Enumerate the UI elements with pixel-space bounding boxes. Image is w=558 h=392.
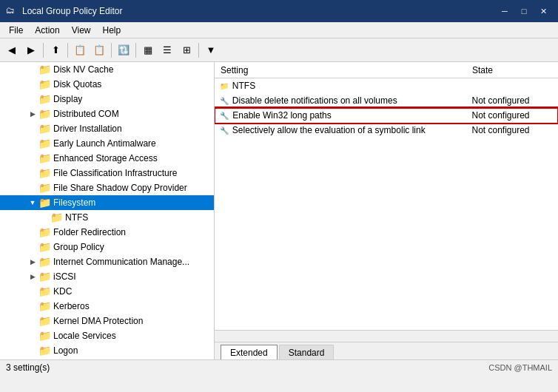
back-button[interactable]: ◀ xyxy=(3,41,21,59)
tree-item-mitigation-options[interactable]: 📁 Mitigation Options xyxy=(0,358,214,359)
tree-item-ntfs[interactable]: 📁 NTFS xyxy=(0,210,214,225)
right-panel-content[interactable]: 📁 NTFS 🔧 Disable delete notifications on… xyxy=(215,78,558,330)
folder-icon: 📁 xyxy=(38,241,51,253)
toolbar-separator-5 xyxy=(198,43,199,58)
view3-button[interactable]: ⊞ xyxy=(178,41,195,59)
folder-icon: 📁 xyxy=(38,330,51,342)
state-cell xyxy=(469,78,558,93)
tree-item-enhanced-storage[interactable]: 📁 Enhanced Storage Access xyxy=(0,151,214,166)
folder-icon: 📁 xyxy=(38,256,51,268)
toolbar-separator-4 xyxy=(135,43,136,58)
tab-extended[interactable]: Extended xyxy=(221,345,278,359)
app-icon: 🗂 xyxy=(6,5,18,17)
tree-item-disk-nv-cache[interactable]: 📁 Disk NV Cache xyxy=(0,62,214,77)
tree-item-driver-installation[interactable]: 📁 Driver Installation xyxy=(0,121,214,136)
setting-name: Enable Win32 long paths xyxy=(232,110,331,121)
filter-button[interactable]: ▼ xyxy=(202,41,220,59)
tree-item-logon[interactable]: 📁 Logon xyxy=(0,343,214,358)
folder-icon: 📁 xyxy=(50,212,63,223)
tree-item-display[interactable]: 📁 Display xyxy=(0,92,214,107)
close-button[interactable]: ✕ xyxy=(534,4,552,18)
copy-button[interactable]: 📋 xyxy=(90,41,108,59)
status-left: 3 setting(s) xyxy=(6,362,50,373)
left-panel: 📁 Disk NV Cache 📁 Disk Quotas 📁 Display … xyxy=(0,62,215,359)
folder-icon: 📁 xyxy=(38,300,51,312)
toolbar: ◀ ▶ ⬆ 📋 📋 🔃 ▦ ☰ ⊞ ▼ xyxy=(0,38,558,62)
folder-icon: 📁 xyxy=(38,167,51,179)
folder-icon: 📁 xyxy=(38,123,51,135)
menu-bar: File Action View Help xyxy=(0,22,558,38)
view2-button[interactable]: ☰ xyxy=(158,41,176,59)
setting-icon: 🔧 xyxy=(218,97,230,105)
tree-item-distributed-com[interactable]: ▶ 📁 Distributed COM xyxy=(0,107,214,121)
state-cell: Not configured xyxy=(469,123,558,138)
horizontal-scrollbar[interactable] xyxy=(215,330,558,342)
menu-action[interactable]: Action xyxy=(29,24,65,37)
tree-item-file-classification[interactable]: 📁 File Classification Infrastructure xyxy=(0,166,214,180)
setting-name: NTFS xyxy=(232,81,255,91)
tree-item-kdc[interactable]: 📁 KDC xyxy=(0,284,214,299)
tree-item-folder-redirection[interactable]: 📁 Folder Redirection xyxy=(0,225,214,240)
menu-help[interactable]: Help xyxy=(97,24,127,37)
col-header-setting: Setting xyxy=(215,65,469,75)
tree-item-kernel-dma[interactable]: 📁 Kernel DMA Protection xyxy=(0,314,214,328)
folder-icon: 📁 xyxy=(38,152,51,164)
toolbar-separator-1 xyxy=(43,43,44,58)
refresh-button[interactable]: 🔃 xyxy=(115,41,132,59)
show-hide-button[interactable]: 📋 xyxy=(71,41,89,59)
tree-item-filesystem[interactable]: ▼ 📁 Filesystem xyxy=(0,195,214,210)
setting-icon: 🔧 xyxy=(218,112,230,120)
maximize-button[interactable]: □ xyxy=(515,4,533,18)
app-title: Local Group Policy Editor xyxy=(22,6,122,16)
bottom-tabs: Extended Standard xyxy=(215,342,558,359)
right-panel-header: Setting State xyxy=(215,62,558,78)
tree-item-disk-quotas[interactable]: 📁 Disk Quotas xyxy=(0,77,214,92)
folder-icon: 📁 xyxy=(38,271,51,283)
state-cell: Not configured xyxy=(469,93,558,108)
tree-item-early-launch[interactable]: 📁 Early Launch Antimalware xyxy=(0,136,214,151)
folder-icon: 📁 xyxy=(38,78,51,90)
folder-icon: 📁 xyxy=(38,64,51,75)
table-row[interactable]: 📁 NTFS xyxy=(215,78,558,93)
table-row[interactable]: 🔧 Disable delete notifications on all vo… xyxy=(215,93,558,108)
table-row-highlighted[interactable]: 🔧 Enable Win32 long paths Not configured xyxy=(215,108,558,123)
window-controls: ─ □ ✕ xyxy=(496,4,552,18)
state-cell: Not configured xyxy=(469,108,558,123)
tree-item-locale-services[interactable]: 📁 Locale Services xyxy=(0,328,214,343)
folder-icon: 📁 xyxy=(38,138,51,149)
tab-standard[interactable]: Standard xyxy=(279,345,335,359)
main-content: 📁 Disk NV Cache 📁 Disk Quotas 📁 Display … xyxy=(0,62,558,359)
tree-item-file-share-shadow[interactable]: 📁 File Share Shadow Copy Provider xyxy=(0,180,214,195)
setting-name: Disable delete notifications on all volu… xyxy=(232,95,397,106)
up-button[interactable]: ⬆ xyxy=(47,41,64,59)
minimize-button[interactable]: ─ xyxy=(496,4,514,18)
setting-icon: 🔧 xyxy=(218,126,230,135)
toolbar-separator-2 xyxy=(67,43,68,58)
settings-table: 📁 NTFS 🔧 Disable delete notifications on… xyxy=(215,78,558,138)
menu-view[interactable]: View xyxy=(66,24,97,37)
folder-icon: 📁 xyxy=(38,182,51,194)
view1-button[interactable]: ▦ xyxy=(139,41,157,59)
tree-item-kerberos[interactable]: 📁 Kerberos xyxy=(0,299,214,314)
tree-item-iscsi[interactable]: ▶ 📁 iSCSI xyxy=(0,269,214,284)
right-panel: Setting State 📁 NTFS 🔧 xyxy=(215,62,558,359)
tree-item-group-policy[interactable]: 📁 Group Policy xyxy=(0,240,214,254)
setting-name: Selectively allow the evaluation of a sy… xyxy=(232,125,426,135)
folder-icon: 📁 xyxy=(38,108,51,120)
menu-file[interactable]: File xyxy=(3,24,29,37)
folder-icon: 📁 xyxy=(38,315,51,327)
col-header-state: State xyxy=(469,65,558,75)
folder-icon: 📁 xyxy=(38,226,51,238)
tree-item-internet-comm[interactable]: ▶ 📁 Internet Communication Manage... xyxy=(0,254,214,269)
forward-button[interactable]: ▶ xyxy=(22,41,40,59)
folder-icon: 📁 xyxy=(38,285,51,297)
folder-icon: 📁 xyxy=(38,93,51,105)
status-bar: 3 setting(s) CSDN @THMAIL xyxy=(0,359,558,374)
folder-icon: 📁 xyxy=(38,197,51,209)
title-bar: 🗂 Local Group Policy Editor ─ □ ✕ xyxy=(0,0,558,22)
table-row[interactable]: 🔧 Selectively allow the evaluation of a … xyxy=(215,123,558,138)
toolbar-separator-3 xyxy=(111,43,112,58)
folder-icon: 📁 xyxy=(218,82,230,90)
folder-icon: 📁 xyxy=(38,345,51,356)
status-right: CSDN @THMAIL xyxy=(488,363,552,372)
